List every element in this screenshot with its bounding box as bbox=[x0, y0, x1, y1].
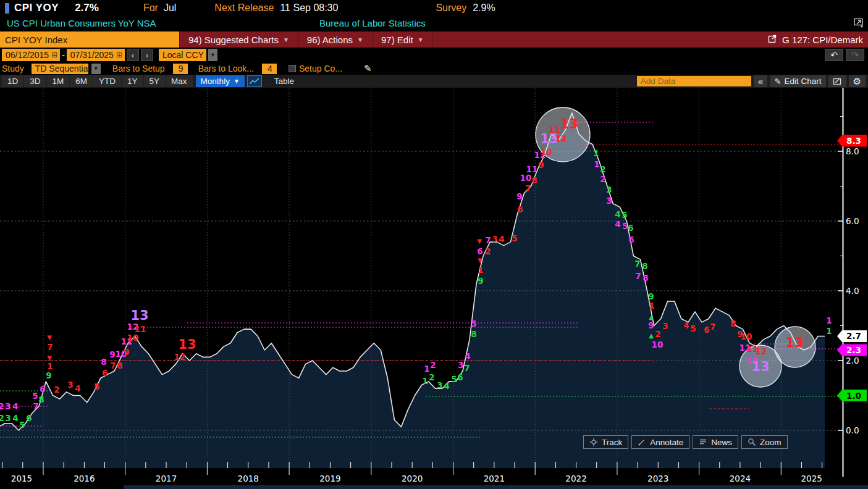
svg-text:3: 3 bbox=[662, 321, 668, 331]
svg-text:2018: 2018 bbox=[238, 474, 259, 483]
bars-to-setup-input[interactable]: 9 bbox=[173, 64, 188, 74]
survey-value: 2.9% bbox=[473, 2, 495, 14]
calendar-icon[interactable]: ⊞ bbox=[51, 51, 57, 59]
range-tab-1Y[interactable]: 1Y bbox=[122, 75, 143, 87]
svg-text:13: 13 bbox=[751, 359, 769, 374]
svg-text:10: 10 bbox=[652, 340, 664, 349]
range-tab-YTD[interactable]: YTD bbox=[93, 75, 121, 87]
line-chart-type-button[interactable] bbox=[247, 75, 262, 87]
currency-field[interactable]: Local CCY bbox=[159, 49, 206, 61]
edit-chart-button[interactable]: ✎ Edit Chart bbox=[770, 75, 825, 87]
chart-overlay-buttons: Track Annotate News Zoom bbox=[583, 435, 788, 449]
for-value: Jul bbox=[164, 2, 176, 14]
edit-menu[interactable]: 97) Edit ▼ bbox=[373, 31, 433, 48]
range-tab-3D[interactable]: 3D bbox=[24, 75, 46, 87]
svg-text:7: 7 bbox=[110, 361, 116, 370]
chart-canvas[interactable]: 2342345656789▼7▼123456878910911101211131… bbox=[0, 88, 868, 489]
calendar-icon[interactable]: ⊞ bbox=[116, 51, 122, 59]
svg-text:8: 8 bbox=[642, 261, 647, 271]
svg-text:6: 6 bbox=[704, 325, 709, 335]
undo-button[interactable]: ↶ bbox=[825, 49, 843, 61]
svg-text:▲: ▲ bbox=[649, 332, 654, 339]
svg-text:2016: 2016 bbox=[74, 474, 95, 483]
svg-text:4: 4 bbox=[683, 320, 689, 330]
table-tab[interactable]: Table bbox=[267, 76, 301, 86]
suggested-charts-menu[interactable]: 94) Suggested Charts ▼ bbox=[179, 31, 298, 48]
add-data-input[interactable] bbox=[637, 76, 751, 86]
chart-settings-icon[interactable] bbox=[828, 75, 846, 87]
range-back-button[interactable]: ‹ bbox=[127, 49, 139, 61]
annotate-button[interactable]: Annotate bbox=[631, 435, 689, 449]
chart-area[interactable]: 2342345656789▼7▼123456878910911101211131… bbox=[0, 88, 868, 489]
svg-text:8: 8 bbox=[101, 357, 106, 367]
study-select[interactable]: TD Sequentia bbox=[32, 64, 88, 74]
collapse-panel-button[interactable]: « bbox=[754, 75, 767, 87]
date-range-row: 06/12/2015 ⊞ - 07/31/2025 ⊞ ‹ › Local CC… bbox=[0, 48, 868, 62]
svg-text:2023: 2023 bbox=[647, 474, 668, 483]
external-link-icon[interactable] bbox=[768, 34, 777, 45]
date-to-field[interactable]: 07/31/2025 ⊞ bbox=[67, 49, 125, 61]
study-dropdown-button[interactable]: ▼ bbox=[91, 64, 101, 74]
date-from-field[interactable]: 06/12/2015 ⊞ bbox=[2, 49, 60, 61]
next-release-value: 11 Sep 08:30 bbox=[280, 2, 338, 14]
range-tab-5Y[interactable]: 5Y bbox=[144, 75, 166, 87]
svg-text:▲: ▲ bbox=[649, 314, 654, 320]
period-select[interactable]: Monthly ▼ bbox=[196, 75, 245, 87]
svg-text:6: 6 bbox=[517, 204, 523, 214]
svg-text:2024: 2024 bbox=[730, 474, 751, 483]
svg-text:2.3: 2.3 bbox=[846, 345, 861, 355]
svg-text:7: 7 bbox=[634, 259, 640, 269]
setup-completion-label: Setup Co... bbox=[299, 64, 342, 73]
svg-text:4: 4 bbox=[615, 209, 620, 219]
svg-text:10: 10 bbox=[127, 333, 139, 343]
range-tab-Max[interactable]: Max bbox=[166, 75, 193, 87]
svg-text:9: 9 bbox=[648, 291, 654, 301]
svg-text:9: 9 bbox=[124, 347, 129, 357]
svg-text:2: 2 bbox=[429, 372, 434, 382]
redo-button[interactable]: ↷ bbox=[846, 49, 864, 61]
range-tab-1D[interactable]: 1D bbox=[2, 75, 23, 87]
svg-text:6: 6 bbox=[40, 384, 45, 394]
securities-menu-bar: 94) Suggested Charts ▼ 96) Actions ▼ 97)… bbox=[0, 31, 868, 48]
news-button[interactable]: News bbox=[693, 435, 738, 449]
zoom-button[interactable]: Zoom bbox=[741, 435, 788, 449]
svg-text:12: 12 bbox=[756, 346, 767, 356]
svg-text:8: 8 bbox=[531, 175, 537, 185]
gear-icon[interactable]: ⚙ bbox=[849, 75, 866, 87]
x-axis[interactable]: 2015201620172018201920202021202220232024… bbox=[2, 462, 822, 483]
svg-text:1: 1 bbox=[424, 364, 429, 374]
svg-text:7: 7 bbox=[33, 401, 38, 411]
range-tab-6M[interactable]: 6M bbox=[70, 75, 93, 87]
svg-text:6: 6 bbox=[457, 372, 463, 382]
track-button[interactable]: Track bbox=[583, 435, 628, 449]
svg-text:4: 4 bbox=[465, 351, 470, 361]
svg-text:1: 1 bbox=[594, 159, 599, 169]
axis-badge-2.3: 2.3 bbox=[837, 345, 867, 356]
bars-to-lookback-input[interactable]: 4 bbox=[262, 64, 277, 74]
svg-text:4: 4 bbox=[12, 401, 18, 411]
svg-text:5: 5 bbox=[512, 233, 517, 243]
security-ticker-input[interactable] bbox=[0, 31, 179, 48]
svg-text:13: 13 bbox=[785, 335, 803, 350]
svg-text:4: 4 bbox=[444, 381, 449, 391]
actions-menu[interactable]: 96) Actions ▼ bbox=[298, 31, 373, 48]
svg-text:1.0: 1.0 bbox=[846, 391, 861, 401]
range-tab-1M[interactable]: 1M bbox=[47, 75, 70, 87]
svg-text:6: 6 bbox=[26, 413, 32, 423]
edit-study-pencil-icon[interactable]: ✎ bbox=[364, 63, 372, 74]
setup-completion-checkbox[interactable] bbox=[289, 65, 296, 72]
currency-dropdown-button[interactable]: ▼ bbox=[208, 49, 217, 61]
svg-text:8: 8 bbox=[117, 361, 122, 370]
survey-label: Survey bbox=[436, 2, 466, 14]
svg-text:4: 4 bbox=[75, 383, 80, 393]
range-forward-button[interactable]: › bbox=[141, 49, 153, 61]
svg-text:8: 8 bbox=[38, 395, 44, 404]
svg-text:10: 10 bbox=[520, 173, 532, 183]
svg-text:7: 7 bbox=[525, 183, 531, 193]
chart-id: G 127: CPI/Demark bbox=[782, 35, 863, 45]
svg-text:2: 2 bbox=[430, 360, 436, 370]
svg-text:2015: 2015 bbox=[11, 474, 32, 483]
svg-text:12: 12 bbox=[555, 133, 567, 143]
pop-out-icon[interactable] bbox=[853, 17, 864, 30]
svg-text:3: 3 bbox=[606, 185, 612, 194]
